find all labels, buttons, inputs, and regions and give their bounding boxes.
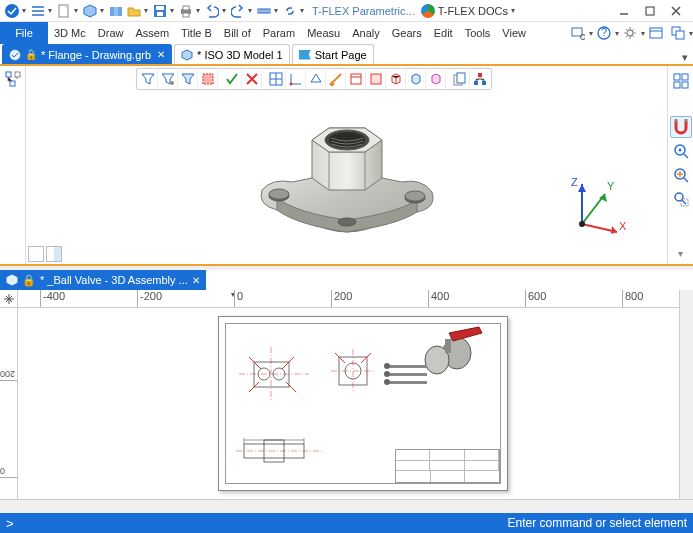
cube-blue-icon[interactable]: [406, 70, 426, 88]
command-bar[interactable]: > Enter command or select element: [0, 513, 693, 533]
filter-settings-icon[interactable]: [158, 70, 178, 88]
tree-icon[interactable]: [4, 70, 22, 88]
menu-measure[interactable]: Measu: [301, 22, 346, 44]
menu-gears[interactable]: Gears: [386, 22, 428, 44]
menu-bar: File 3D Mc Draw Assem Title B Bill of Pa…: [0, 22, 693, 44]
axis-y-label: Y: [607, 180, 615, 192]
axis-triad[interactable]: X Y Z: [557, 174, 627, 244]
redo-dropdown-icon[interactable]: ▾: [248, 6, 254, 15]
document-tabs: 🔒 * Flange - Drawing.grb ✕ * ISO 3D Mode…: [0, 44, 693, 66]
menu-edit[interactable]: Edit: [428, 22, 459, 44]
scroll-down-icon[interactable]: ▾: [670, 242, 692, 264]
lowertab-ball-valve[interactable]: 🔒 * _Ball Valve - 3D Assembly ... ✕: [0, 270, 206, 290]
zoom-window-icon[interactable]: [670, 188, 692, 210]
view-panes-icon[interactable]: [266, 70, 286, 88]
redo-icon[interactable]: [230, 3, 246, 19]
app-logo-icon[interactable]: [4, 3, 20, 19]
axis-x-label: X: [619, 220, 627, 232]
new-dropdown-icon[interactable]: ▾: [74, 6, 80, 15]
menu-parameters[interactable]: Param: [257, 22, 301, 44]
link-icon[interactable]: [282, 3, 298, 19]
cube-magenta-icon[interactable]: [426, 70, 446, 88]
print-icon[interactable]: [178, 3, 194, 19]
cancel-x-icon[interactable]: [242, 70, 262, 88]
canvas-2d[interactable]: [18, 308, 679, 499]
undo-dropdown-icon[interactable]: ▾: [222, 6, 228, 15]
doctab-iso-3d[interactable]: * ISO 3D Model 1: [174, 44, 290, 64]
measure-dropdown-icon[interactable]: ▾: [274, 6, 280, 15]
selection-box-icon[interactable]: [198, 70, 218, 88]
hamburger-dropdown-icon[interactable]: ▾: [48, 6, 54, 15]
print-dropdown-icon[interactable]: ▾: [196, 6, 202, 15]
ruler-origin-icon[interactable]: [0, 290, 18, 307]
structure-icon[interactable]: [470, 70, 490, 88]
drawing-view-1: [234, 342, 314, 402]
help-icon[interactable]: ?: [595, 24, 613, 42]
viewport-3d[interactable]: X Y Z: [26, 66, 667, 264]
zoom-target-icon[interactable]: [670, 140, 692, 162]
doc-3d-icon: [181, 49, 193, 61]
tab-overflow-icon[interactable]: ▾: [677, 51, 693, 64]
settings-gear-icon[interactable]: [621, 24, 639, 42]
cube-icon[interactable]: [82, 3, 98, 19]
cube-dropdown-icon[interactable]: ▾: [100, 6, 106, 15]
view-split-icon[interactable]: [46, 246, 62, 262]
sketch-icon[interactable]: [326, 70, 346, 88]
svg-rect-2: [110, 7, 114, 16]
new-document-icon[interactable]: [56, 3, 72, 19]
grid-view-icon[interactable]: [670, 70, 692, 92]
save-dropdown-icon[interactable]: ▾: [170, 6, 176, 15]
plane-icon[interactable]: [306, 70, 326, 88]
menu-bill-of-materials[interactable]: Bill of: [218, 22, 257, 44]
filter-list-icon[interactable]: [178, 70, 198, 88]
snap-magnet-icon[interactable]: [670, 116, 692, 138]
box-red2-icon[interactable]: [366, 70, 386, 88]
box-red-icon[interactable]: [346, 70, 366, 88]
menu-analysis[interactable]: Analy: [346, 22, 386, 44]
docs-button[interactable]: T-FLEX DOCs ▾: [421, 4, 519, 18]
open-folder-icon[interactable]: [126, 3, 142, 19]
horizontal-scrollbar[interactable]: [0, 499, 693, 513]
vertical-scrollbar[interactable]: [679, 308, 693, 499]
menu-title-block[interactable]: Title B: [175, 22, 218, 44]
minimize-button[interactable]: [611, 2, 637, 20]
hamburger-icon[interactable]: [30, 3, 46, 19]
library-icon[interactable]: [108, 3, 124, 19]
check-icon[interactable]: [222, 70, 242, 88]
open-dropdown-icon[interactable]: ▾: [144, 6, 150, 15]
file-menu[interactable]: File: [0, 22, 48, 44]
app-menu-dropdown-icon[interactable]: ▾: [22, 6, 28, 15]
menu-draw[interactable]: Draw: [92, 22, 130, 44]
view-single-icon[interactable]: [28, 246, 44, 262]
close-button[interactable]: [663, 2, 689, 20]
svg-rect-30: [351, 74, 361, 84]
window-dropdown-icon[interactable]: ▾: [689, 29, 693, 38]
zoom-fit-icon[interactable]: [670, 164, 692, 186]
svg-rect-36: [482, 81, 486, 85]
filter-icon[interactable]: [138, 70, 158, 88]
search-menu-icon[interactable]: [569, 24, 587, 42]
cube-outline-icon[interactable]: [386, 70, 406, 88]
doctab-flange[interactable]: 🔒 * Flange - Drawing.grb ✕: [2, 44, 172, 64]
close-tab-icon[interactable]: ✕: [192, 275, 200, 286]
measure-icon[interactable]: [256, 3, 272, 19]
undo-icon[interactable]: [204, 3, 220, 19]
cascade-windows-icon[interactable]: [669, 24, 687, 42]
doctab-start-page[interactable]: Start Page: [292, 44, 374, 64]
window-layout-icon[interactable]: [647, 24, 665, 42]
horizontal-ruler[interactable]: -400 -200 0 200 400 600 800: [18, 290, 679, 307]
close-tab-icon[interactable]: ✕: [157, 49, 165, 60]
copy-icon[interactable]: [450, 70, 470, 88]
menu-assembly[interactable]: Assem: [129, 22, 175, 44]
maximize-button[interactable]: [637, 2, 663, 20]
save-icon[interactable]: [152, 3, 168, 19]
horizontal-ruler-row: -400 -200 0 200 400 600 800: [0, 290, 693, 308]
axis-icon[interactable]: [286, 70, 306, 88]
vertical-ruler[interactable]: 0 200: [0, 308, 18, 499]
svg-rect-31: [371, 74, 381, 84]
link-dropdown-icon[interactable]: ▾: [300, 6, 306, 15]
menu-view[interactable]: View: [496, 22, 532, 44]
menu-3d-model[interactable]: 3D Mc: [48, 22, 92, 44]
menu-tools[interactable]: Tools: [459, 22, 497, 44]
svg-point-25: [170, 81, 174, 85]
